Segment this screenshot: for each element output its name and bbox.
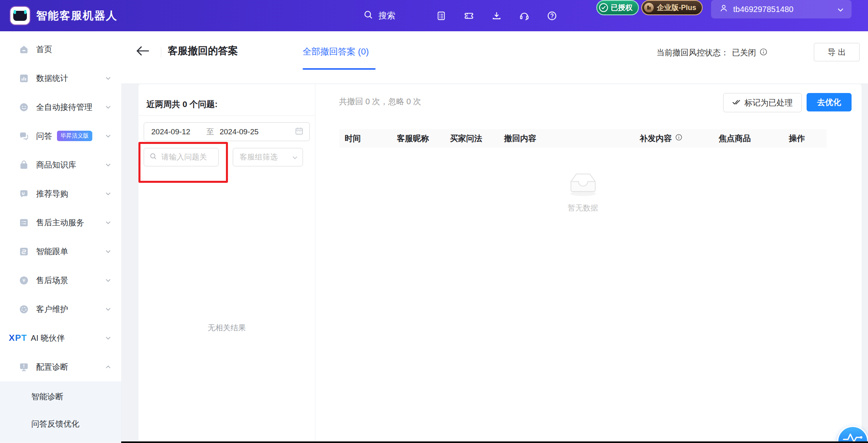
chevron-down-icon xyxy=(292,153,298,162)
sidebar: 首页 数据统计 全自动接待管理 问答 毕昇活义版✦ 商品知识库 推荐导购 xyxy=(0,31,121,443)
qa-icon xyxy=(18,131,29,142)
sidebar-item-aftersale-service[interactable]: 售后主动服务 xyxy=(0,208,121,237)
tasks-icon[interactable] xyxy=(436,10,447,21)
info-icon[interactable] xyxy=(759,48,768,58)
auto-reception-icon xyxy=(18,102,29,113)
divider xyxy=(161,47,161,58)
chevron-down-icon xyxy=(838,5,844,14)
chevron-down-icon xyxy=(106,305,111,313)
agent-group-select[interactable]: 客服组筛选 xyxy=(233,148,303,166)
search-icon xyxy=(149,152,157,162)
chevron-up-icon xyxy=(106,363,111,370)
xpt-logo: XPT xyxy=(9,333,27,343)
sidebar-item-stats[interactable]: 数据统计 xyxy=(0,64,121,93)
top-header: 智能客服机器人 搜索 xyxy=(0,0,868,31)
no-result-text: 无相关结果 xyxy=(138,323,315,333)
double-check-icon xyxy=(732,98,740,107)
sidebar-subitem-qa-feedback[interactable]: 问答反馈优化 xyxy=(0,410,121,437)
search-icon xyxy=(363,10,374,22)
header-search[interactable]: 搜索 xyxy=(363,0,395,31)
app-logo: 智能客服机器人 xyxy=(10,0,118,31)
col-recalled-content: 撤回内容 xyxy=(498,133,634,144)
sidebar-subitem-smart-diagnosis[interactable]: 智能诊断 xyxy=(0,383,121,410)
mark-handled-button[interactable]: 标记为已处理 xyxy=(723,93,802,112)
header-search-label: 搜索 xyxy=(378,10,395,21)
chevron-down-icon xyxy=(106,277,111,284)
col-buyer-question: 买家问法 xyxy=(444,133,498,144)
risk-status: 当前撤回风控状态： 已关闭 xyxy=(657,47,768,58)
user-name: tb469297851480 xyxy=(733,5,793,14)
aftersale-service-icon xyxy=(18,217,29,228)
authorized-badge[interactable]: 已授权 xyxy=(596,0,639,15)
filter-row: 客服组筛选 xyxy=(144,148,310,166)
bottom-edge-line xyxy=(121,441,868,443)
product-knowledge-icon xyxy=(18,160,29,170)
user-menu[interactable]: tb469297851480 xyxy=(711,0,852,18)
question-search-input[interactable] xyxy=(161,152,214,162)
chevron-down-icon xyxy=(106,190,111,197)
check-icon xyxy=(599,3,608,12)
date-range-picker[interactable]: 2024-09-12 至 2024-09-25 xyxy=(144,122,310,141)
edition-badge[interactable]: 企业版-Plus xyxy=(641,0,703,15)
sidebar-item-recommend[interactable]: 推荐导购 xyxy=(0,179,121,208)
header-icon-group xyxy=(436,0,557,31)
date-end[interactable]: 2024-09-25 xyxy=(220,127,258,136)
sidebar-item-qa[interactable]: 问答 毕昇活义版✦ xyxy=(0,121,121,150)
building-icon xyxy=(644,3,654,12)
panel-summary: 近两周共 0 个问题: xyxy=(138,84,315,116)
page-title: 客服撤回的答案 xyxy=(168,44,238,57)
risk-status-label: 当前撤回风控状态： xyxy=(657,47,729,58)
sidebar-item-aftersale-scene[interactable]: ¥ 售后场景 xyxy=(0,266,121,295)
export-button[interactable]: 导 出 xyxy=(814,43,860,61)
svg-text:!: ! xyxy=(23,364,25,369)
chevron-down-icon xyxy=(106,75,111,82)
date-separator: 至 xyxy=(206,127,214,137)
results-panel: 共撤回 0 次，忽略 0 次 标记为已处理 去优化 时间 客服昵称 买家问法 撤… xyxy=(315,84,862,443)
back-button[interactable] xyxy=(136,45,150,59)
risk-status-value: 已关闭 xyxy=(732,47,756,58)
agent-group-placeholder: 客服组筛选 xyxy=(240,152,278,162)
diagnosis-icon: ! xyxy=(18,362,29,372)
sidebar-item-home[interactable]: 首页 xyxy=(0,35,121,64)
sidebar-item-xpt-ai[interactable]: XPT AI 晓伙伴 xyxy=(0,324,121,352)
chevron-down-icon xyxy=(106,248,111,255)
download-icon[interactable] xyxy=(491,10,502,21)
empty-text: 暂无数据 xyxy=(339,203,827,213)
question-search-box[interactable] xyxy=(144,148,219,166)
optimize-button[interactable]: 去优化 xyxy=(807,93,852,111)
qa-edition-badge: 毕昇活义版✦ xyxy=(57,131,92,141)
aftersale-scene-icon: ¥ xyxy=(18,275,29,286)
sidebar-item-diagnosis[interactable]: ! 配置诊断 xyxy=(0,352,121,381)
date-start[interactable]: 2024-09-12 xyxy=(151,127,190,136)
chevron-down-icon xyxy=(106,161,111,168)
authorized-badge-label: 已授权 xyxy=(611,3,632,12)
svg-text:¥: ¥ xyxy=(22,278,26,283)
sidebar-item-smart-follow[interactable]: 智能跟单 xyxy=(0,237,121,266)
edition-badge-label: 企业版-Plus xyxy=(657,3,696,12)
sidebar-item-product-knowledge[interactable]: 商品知识库 xyxy=(0,150,121,179)
col-focus-product: 焦点商品 xyxy=(713,133,783,144)
content-card: 近两周共 0 个问题: 2024-09-12 至 2024-09-25 客服组筛… xyxy=(138,84,862,443)
chevron-down-icon xyxy=(106,219,111,226)
headset-icon[interactable] xyxy=(519,10,530,21)
chevron-down-icon xyxy=(106,334,111,342)
active-tab-underline xyxy=(303,68,376,70)
help-icon[interactable] xyxy=(547,10,557,21)
sidebar-item-auto-reception[interactable]: 全自动接待管理 xyxy=(0,93,121,121)
stats-icon xyxy=(18,73,29,84)
col-agent-nickname: 客服昵称 xyxy=(391,133,444,144)
empty-inbox-icon xyxy=(564,169,602,197)
sidebar-item-customer-care[interactable]: 客户维护 xyxy=(0,295,121,324)
recall-stats: 共撤回 0 次，忽略 0 次 xyxy=(339,96,421,107)
smart-follow-icon xyxy=(18,246,29,257)
tab-all-recalled-answers[interactable]: 全部撤回答案 (0) xyxy=(303,46,369,58)
app-title: 智能客服机器人 xyxy=(36,8,118,23)
home-icon xyxy=(18,44,29,55)
table-header: 时间 客服昵称 买家问法 撤回内容 补发内容 焦点商品 操作 xyxy=(339,129,827,148)
col-actions: 操作 xyxy=(783,133,827,144)
ticket-icon[interactable] xyxy=(463,10,474,21)
page-header: 客服撤回的答案 全部撤回答案 (0) 当前撤回风控状态： 已关闭 导 出 xyxy=(121,31,868,83)
chevron-down-icon xyxy=(106,103,111,111)
recommend-icon xyxy=(18,188,29,199)
info-icon[interactable] xyxy=(675,134,683,143)
